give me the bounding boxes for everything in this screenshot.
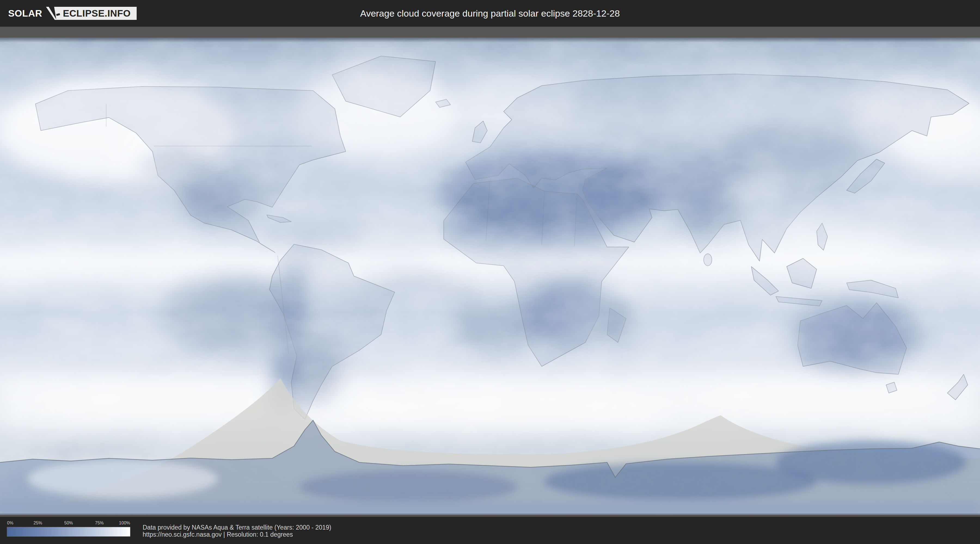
cloud-coverage-map (0, 38, 980, 515)
cloud-coverage-legend: 0% 25% 50% 75% 100% (7, 520, 130, 536)
header-bar: SOLAR ECLIPSE.INFO Average cloud coverag… (0, 0, 980, 27)
page-title: Average cloud coverage during partial so… (0, 0, 980, 27)
map-top-shade (0, 38, 980, 43)
legend-tick-label: 25% (33, 520, 42, 525)
footer-bar: 0% 25% 50% 75% 100% Data provided by NAS… (0, 517, 980, 544)
world-map-svg (0, 38, 980, 515)
legend-tick-label: 50% (64, 520, 73, 525)
page: SOLAR ECLIPSE.INFO Average cloud coverag… (0, 0, 980, 544)
data-credits: Data provided by NASAs Aqua & Terra sate… (143, 524, 331, 538)
legend-tick-label: 75% (95, 520, 104, 525)
data-url-line: https://neo.sci.gsfc.nasa.gov | Resoluti… (143, 531, 331, 538)
legend-tick-label: 0% (7, 520, 13, 525)
legend-tick-label: 100% (119, 520, 130, 525)
legend-gradient-bar (7, 527, 130, 536)
data-source-line: Data provided by NASAs Aqua & Terra sate… (143, 524, 331, 531)
header-divider (0, 27, 980, 38)
map-bottom-divider (0, 515, 980, 517)
legend-tick-labels: 0% 25% 50% 75% 100% (7, 520, 130, 527)
